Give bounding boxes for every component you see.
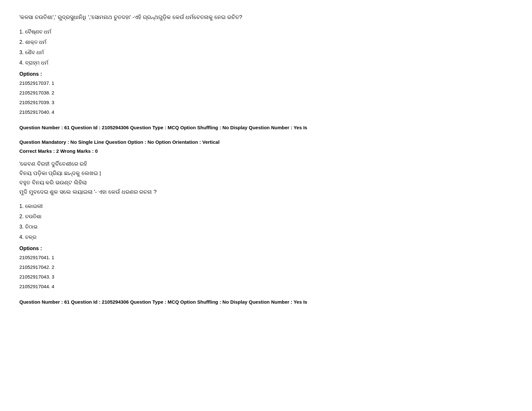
options-list-2: 1. କୋଇଲୀ 2. ଚଉତିଶା 3. ଚିଠାଭ 4. ଚଳ୍‍ର [19, 201, 513, 242]
option-id-2-1: 21052917041. 1 [19, 253, 513, 262]
option-1-3: 3. ଶୈବ ଧର୍ମ [19, 47, 513, 58]
option-2-2: 2. ଚଉତିଶା [19, 211, 513, 222]
question-text-2-line1: 'କେବଣ ବିରହୀ ଦୁର୍ବିବେଶୀରେ ରହି [19, 160, 513, 169]
option-1-2: 2. ଶାକ୍ତ ଧର୍ମ [19, 37, 513, 47]
question-text-2: 'କେବଣ ବିରହୀ ଦୁର୍ବିବେଶୀରେ ରହି ବିନୟ ପଡ଼ିକା… [19, 160, 513, 197]
options-label-1: Options : [19, 71, 513, 77]
option-ids-2: 21052917041. 1 21052917042. 2 2105291704… [19, 253, 513, 291]
option-id-1-3: 21052917039. 3 [19, 98, 513, 107]
option-ids-1: 21052917037. 1 21052917038. 2 2105291703… [19, 78, 513, 117]
question-meta-2-line2: Question Mandatory : No Single Line Ques… [19, 138, 513, 146]
question-text-2-line2: ବିନୟ ପଡ଼ିକା ପ୍ରିୟା ଛାନ୍ଦକୁ ଲେଖଇ | [19, 169, 513, 178]
option-id-1-4: 21052917040. 4 [19, 107, 513, 117]
option-id-2-3: 21052917043. 3 [19, 272, 513, 282]
options-label-2: Options : [19, 246, 513, 251]
question-text-1: 'କଳସା ଚଉତିଶା',' ରୁଦ୍ରସୁଧାନିଧି ','ସୋମନାଥ … [19, 13, 513, 22]
option-1-4: 4. ବ୍ରାହ୍ମ ଧର୍ମ [19, 58, 513, 68]
correct-marks-2: Correct Marks : 2 Wrong Marks : 0 [19, 148, 513, 154]
option-2-1: 1. କୋଇଲୀ [19, 201, 513, 211]
question-text-2-line3: ବହୁତ ବିନୟ କରି ଭଉଣ୍ଟ ଲିହିଲା [19, 178, 513, 188]
option-2-4: 4. ଚଳ୍‍ର [19, 232, 513, 242]
option-1-1: 1. ବୈଷ୍ଣବ ଧର୍ମ [19, 27, 513, 37]
option-id-2-4: 21052917044. 4 [19, 282, 513, 291]
question-text-2-line4: ମୁଦି ମୁବଦେଇ ଶୁକ ସଲେ ଲୟାଇଲା '- ଏହା କେଉଁ ଧ… [19, 188, 513, 197]
question-block-3: Question Number : 61 Question Id : 21052… [19, 298, 513, 306]
question-block-2: Question Number : 61 Question Id : 21052… [19, 123, 513, 292]
option-2-3: 3. ଚିଠାଭ [19, 222, 513, 232]
option-id-1-1: 21052917037. 1 [19, 78, 513, 88]
option-id-2-2: 21052917042. 2 [19, 262, 513, 272]
question-meta-3-line1: Question Number : 61 Question Id : 21052… [19, 298, 513, 306]
options-list-1: 1. ବୈଷ୍ଣବ ଧର୍ମ 2. ଶାକ୍ତ ଧର୍ମ 3. ଶୈବ ଧର୍ମ… [19, 27, 513, 68]
question-meta-2-line1: Question Number : 61 Question Id : 21052… [19, 123, 513, 132]
question-block-1: 'କଳସା ଚଉତିଶା',' ରୁଦ୍ରସୁଧାନିଧି ','ସୋମନାଥ … [19, 13, 513, 117]
option-id-1-2: 21052917038. 2 [19, 88, 513, 98]
